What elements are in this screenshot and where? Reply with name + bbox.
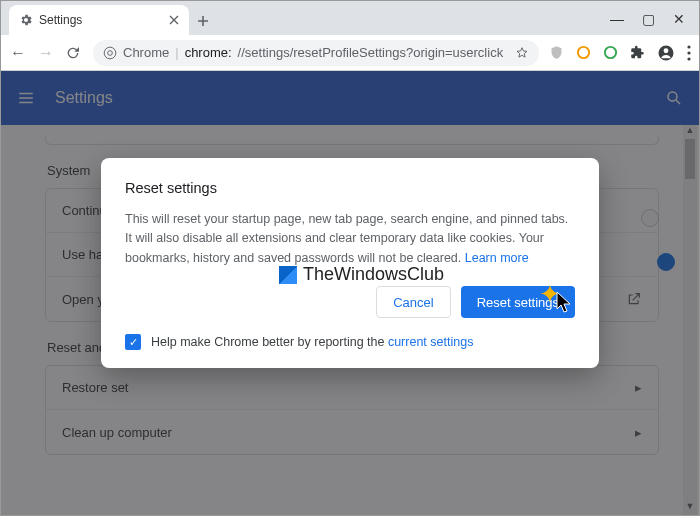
chrome-icon [103, 46, 117, 60]
star-icon[interactable] [515, 46, 529, 60]
watermark: TheWindowsClub [279, 264, 444, 285]
window-controls: — ▢ ✕ [610, 11, 699, 35]
dialog-buttons: Cancel Reset settings [125, 286, 575, 318]
new-tab-button[interactable] [189, 7, 217, 35]
profile-icon[interactable] [657, 44, 675, 62]
svg-point-7 [687, 51, 690, 54]
help-checkbox[interactable]: ✓ [125, 334, 141, 350]
watermark-logo-icon [279, 266, 297, 284]
svg-point-2 [578, 47, 589, 58]
url-scheme: chrome: [185, 45, 232, 60]
learn-more-link[interactable]: Learn more [465, 251, 529, 265]
help-text: Help make Chrome better by reporting the… [151, 335, 473, 349]
titlebar: Settings — ▢ ✕ [1, 1, 699, 35]
browser-window: Settings — ▢ ✕ ← → Chrome | chrome://set… [0, 0, 700, 516]
watermark-text: TheWindowsClub [303, 264, 444, 285]
svg-point-0 [104, 47, 116, 59]
current-settings-link[interactable]: current settings [388, 335, 473, 349]
help-reporting-row: ✓ Help make Chrome better by reporting t… [125, 334, 575, 350]
extensions-icon[interactable] [630, 45, 645, 60]
forward-button[interactable]: → [37, 44, 55, 62]
orange-ext-icon[interactable] [576, 45, 591, 60]
svg-point-6 [687, 45, 690, 48]
help-text-prefix: Help make Chrome better by reporting the [151, 335, 388, 349]
browser-tab[interactable]: Settings [9, 5, 189, 35]
gear-icon [19, 13, 33, 27]
svg-point-5 [664, 48, 669, 53]
svg-point-1 [108, 50, 113, 55]
toolbar-actions [549, 44, 691, 62]
cancel-button[interactable]: Cancel [376, 286, 450, 318]
back-button[interactable]: ← [9, 44, 27, 62]
tab-title: Settings [39, 13, 82, 27]
address-bar[interactable]: Chrome | chrome://settings/resetProfileS… [93, 40, 539, 66]
menu-icon[interactable] [687, 45, 691, 61]
reset-settings-button[interactable]: Reset settings [461, 286, 575, 318]
close-tab-icon[interactable] [169, 15, 179, 25]
minimize-button[interactable]: — [610, 11, 624, 27]
dialog-title: Reset settings [125, 180, 575, 196]
toolbar: ← → Chrome | chrome://settings/resetProf… [1, 35, 699, 71]
svg-point-8 [687, 57, 690, 60]
url-path: //settings/resetProfileSettings?origin=u… [238, 45, 504, 60]
close-window-button[interactable]: ✕ [673, 11, 685, 27]
shield-ext-icon[interactable] [549, 45, 564, 60]
dialog-body: This will reset your startup page, new t… [125, 210, 575, 268]
url-origin-label: Chrome [123, 45, 169, 60]
green-ext-icon[interactable] [603, 45, 618, 60]
svg-point-3 [605, 47, 616, 58]
reload-button[interactable] [65, 45, 83, 61]
maximize-button[interactable]: ▢ [642, 11, 655, 27]
